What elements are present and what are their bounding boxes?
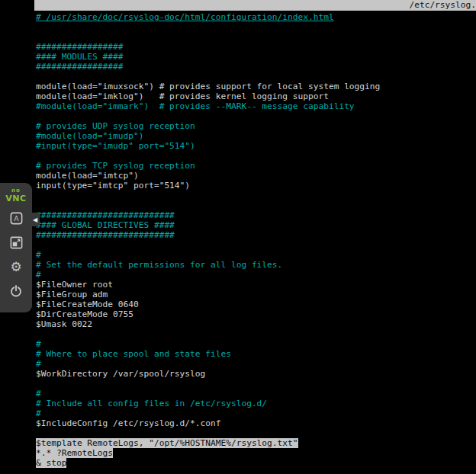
- control-bar-handle[interactable]: ◀: [31, 213, 40, 226]
- terminal-line: $DirCreateMode 0755: [36, 309, 476, 319]
- terminal-line: [36, 200, 476, 210]
- settings-button[interactable]: ⚙: [7, 258, 25, 276]
- terminal-line: # provides UDP syslog reception: [36, 121, 476, 131]
- terminal-line: [36, 72, 476, 82]
- terminal-line: ###########################: [36, 210, 476, 220]
- terminal-line: $template RemoteLogs, "/opt/%HOSTNAME%/r…: [36, 438, 476, 448]
- terminal-line: $Umask 0022: [36, 319, 476, 329]
- novnc-logo-no: no: [5, 188, 26, 194]
- terminal-line: module(load="imtcp"): [36, 171, 476, 181]
- terminal-line: #: [36, 359, 476, 369]
- terminal-line: #: [36, 339, 476, 349]
- terminal-line: # /usr/share/doc/rsyslog-doc/html/config…: [36, 12, 476, 22]
- svg-text:A: A: [14, 215, 18, 223]
- terminal-line: #: [36, 250, 476, 260]
- terminal-line: [36, 379, 476, 389]
- terminal-line: [36, 111, 476, 121]
- terminal-line: $FileGroup adm: [36, 290, 476, 299]
- novnc-control-bar: no VNC A ⚙: [0, 183, 32, 312]
- terminal-line: [36, 191, 476, 200]
- terminal-line: *.* ?RemoteLogs: [36, 448, 476, 458]
- terminal-line: $FileOwner root: [36, 280, 476, 290]
- terminal-line: #: [36, 389, 476, 399]
- terminal-line: # provides TCP syslog reception: [36, 161, 476, 171]
- terminal-line: #################: [36, 62, 476, 72]
- terminal-line: $FileCreateMode 0640: [36, 299, 476, 309]
- terminal-line: module(load="imklog") # provides kernel …: [36, 91, 476, 101]
- terminal-line: # Where to place spool and state files: [36, 349, 476, 359]
- terminal-line: [36, 32, 476, 42]
- fullscreen-icon: [9, 235, 24, 250]
- terminal-line: #################: [36, 42, 476, 52]
- terminal-line: & stop: [36, 458, 476, 468]
- collapse-arrow-icon: ◀: [33, 216, 37, 223]
- fullscreen-button[interactable]: [7, 233, 25, 251]
- power-button[interactable]: [7, 282, 25, 300]
- terminal-line: $IncludeConfig /etc/rsyslog.d/*.conf: [36, 418, 476, 428]
- terminal-line: [36, 151, 476, 161]
- terminal-line: module(load="imuxsock") # provides suppo…: [36, 82, 476, 91]
- terminal-line: [36, 22, 476, 32]
- terminal-line: [36, 329, 476, 339]
- terminal-line: # Set the default permissions for all lo…: [36, 260, 476, 270]
- terminal-line: [36, 428, 476, 438]
- a-key-icon: A: [9, 211, 24, 226]
- terminal-line: #module(load="immark") # provides --MARK…: [36, 101, 476, 111]
- screen: GNU nano 7.2 /etc/rsyslog. # /usr/share/…: [0, 0, 476, 474]
- gear-icon: ⚙: [10, 261, 21, 274]
- editor-content[interactable]: # /usr/share/doc/rsyslog-doc/html/config…: [34, 11, 476, 468]
- terminal[interactable]: GNU nano 7.2 /etc/rsyslog. # /usr/share/…: [34, 0, 476, 474]
- nano-filename: /etc/rsyslog.: [409, 0, 476, 11]
- power-icon: [9, 284, 23, 298]
- terminal-line: #input(type="imudp" port="514"): [36, 141, 476, 151]
- terminal-line: $WorkDirectory /var/spool/rsyslog: [36, 369, 476, 379]
- terminal-line: input(type="imtcp" port="514"): [36, 181, 476, 191]
- terminal-line: #### GLOBAL DIRECTIVES ####: [36, 220, 476, 230]
- terminal-line: #module(load="imudp"): [36, 131, 476, 141]
- terminal-line: # Include all config files in /etc/rsysl…: [36, 399, 476, 408]
- novnc-logo: no VNC: [5, 188, 26, 203]
- terminal-line: #: [36, 270, 476, 280]
- nano-titlebar: GNU nano 7.2 /etc/rsyslog.: [34, 0, 476, 11]
- terminal-line: #: [36, 408, 476, 418]
- terminal-line: [36, 240, 476, 250]
- novnc-logo-vnc: VNC: [5, 194, 26, 203]
- terminal-line: #### MODULES ####: [36, 52, 476, 62]
- extra-keys-button[interactable]: A: [7, 209, 25, 227]
- terminal-line: ###########################: [36, 230, 476, 240]
